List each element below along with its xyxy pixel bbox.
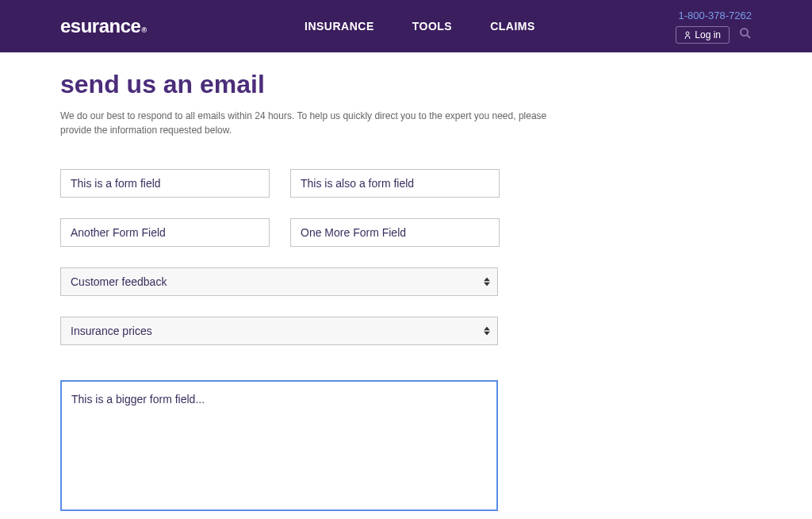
svg-point-0 (686, 32, 689, 35)
nav-insurance[interactable]: INSURANCE (304, 20, 374, 33)
user-icon (684, 31, 691, 39)
header-right: 1-800-378-7262 Log in (676, 10, 752, 44)
brand-logo[interactable]: esurance® (60, 15, 147, 37)
form-field-2[interactable] (290, 169, 500, 198)
topic-select[interactable]: Insurance prices (60, 317, 498, 345)
form-field-1[interactable] (60, 169, 270, 198)
phone-number[interactable]: 1-800-378-7262 (678, 10, 752, 21)
page-subtitle: We do our best to respond to all emails … (60, 109, 568, 137)
form-row-1 (60, 169, 752, 198)
select-wrap-2: Insurance prices (60, 317, 498, 345)
login-label: Log in (695, 29, 721, 40)
header: esurance® INSURANCE TOOLS CLAIMS 1-800-3… (0, 0, 812, 52)
main-nav: INSURANCE TOOLS CLAIMS (304, 20, 535, 33)
nav-tools[interactable]: TOOLS (412, 20, 452, 33)
subject-select[interactable]: Customer feedback (60, 267, 498, 296)
form-field-3[interactable] (60, 218, 270, 247)
brand-name: esurance (60, 15, 140, 37)
main-content: send us an email We do our best to respo… (0, 52, 812, 519)
svg-line-2 (747, 35, 750, 38)
page-title: send us an email (60, 70, 752, 99)
form-row-2 (60, 218, 752, 247)
form-field-4[interactable] (290, 218, 500, 247)
search-icon[interactable] (739, 27, 752, 43)
select-wrap-1: Customer feedback (60, 267, 498, 296)
login-button[interactable]: Log in (676, 26, 730, 44)
registered-mark: ® (141, 26, 146, 34)
svg-point-1 (741, 29, 748, 36)
header-actions: Log in (676, 26, 752, 44)
nav-claims[interactable]: CLAIMS (490, 20, 535, 33)
message-textarea[interactable] (60, 380, 498, 511)
